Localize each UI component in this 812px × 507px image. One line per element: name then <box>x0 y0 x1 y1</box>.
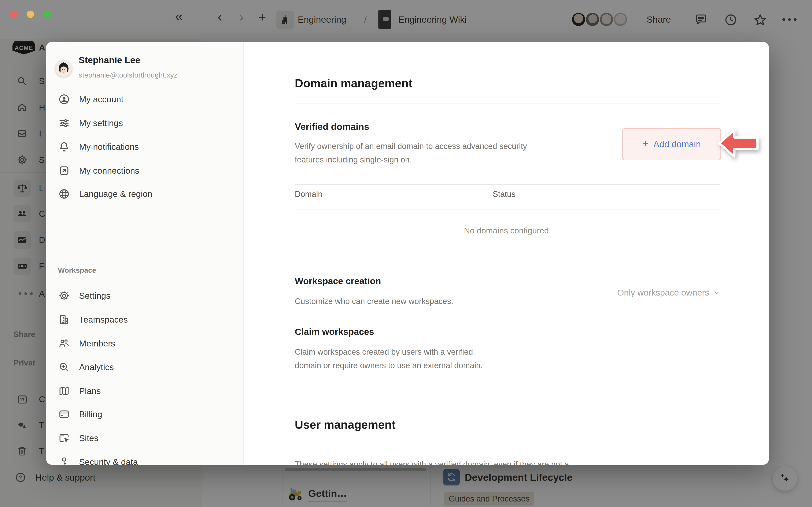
divider <box>295 446 720 446</box>
settings-content: Domain management Verified domains Verif… <box>244 42 769 465</box>
sidebar-item-my-connections[interactable]: My connections <box>50 160 239 181</box>
annotation-arrow-icon <box>718 128 759 159</box>
table-bottom-border <box>295 210 720 210</box>
sidebar-item-my-account[interactable]: My account <box>50 89 239 110</box>
sidebar-item-my-notifications[interactable]: My notifications <box>50 136 239 157</box>
globe-icon <box>58 188 70 200</box>
page-title: Domain management <box>295 76 412 90</box>
sidebar-item-sites[interactable]: Sites <box>50 428 239 449</box>
workspace-creation-description: Customize who can create new workspaces. <box>295 294 453 308</box>
plus-icon: + <box>643 137 649 150</box>
magnifier-plus-icon <box>58 361 70 373</box>
sidebar-item-billing[interactable]: Billing <box>50 404 239 425</box>
add-domain-button[interactable]: + Add domain <box>622 128 721 160</box>
key-icon <box>58 456 70 465</box>
claim-workspaces-description: Claim workspaces created by users with a… <box>295 345 570 372</box>
window-close-button[interactable] <box>10 11 17 18</box>
table-empty-message: No domains configured. <box>295 226 720 235</box>
sidebar-item-label: Sites <box>79 433 98 443</box>
sidebar-item-security-data[interactable]: Security & data <box>50 451 239 465</box>
add-domain-label: Add domain <box>653 139 701 149</box>
settings-sidebar: Stephanie Lee stephanie@toolsforthought.… <box>46 42 244 465</box>
sidebar-item-label: My settings <box>79 118 123 128</box>
sidebar-item-label: Plans <box>79 386 101 396</box>
sidebar-item-label: My account <box>79 95 123 104</box>
user-management-clipped-text: These settings apply to all users with a… <box>295 458 722 465</box>
bell-icon <box>58 141 70 153</box>
table-header-domain: Domain <box>295 190 322 199</box>
user-avatar <box>55 60 72 77</box>
sidebar-item-label: Billing <box>79 409 102 419</box>
table-header-status: Status <box>493 190 515 199</box>
gear-icon <box>58 290 70 302</box>
verified-domains-heading: Verified domains <box>295 121 369 132</box>
user-management-heading: User management <box>295 418 396 431</box>
sidebar-item-analytics[interactable]: Analytics <box>50 356 239 378</box>
arrow-out-box-icon <box>58 165 70 177</box>
chevron-down-icon <box>713 289 720 296</box>
claim-workspaces-heading: Claim workspaces <box>295 327 374 337</box>
members-icon <box>58 337 70 350</box>
user-email: stephanie@toolsforthought.xyz <box>79 71 177 79</box>
sliders-icon <box>58 117 70 129</box>
window-zoom-button[interactable] <box>44 11 51 18</box>
sidebar-item-plans[interactable]: Plans <box>50 381 239 402</box>
sidebar-item-label: Settings <box>79 291 110 301</box>
divider <box>295 104 720 104</box>
building-icon <box>58 314 70 326</box>
credit-card-icon <box>58 408 70 420</box>
map-icon <box>58 385 70 397</box>
sidebar-item-label: My connections <box>79 166 139 176</box>
sidebar-item-label: Security & data <box>79 457 138 465</box>
dropdown-value: Only workspace owners <box>617 288 709 298</box>
sidebar-item-settings[interactable]: Settings <box>50 285 239 306</box>
browser-cursor-icon <box>58 432 70 444</box>
workspace-creation-dropdown[interactable]: Only workspace owners <box>617 288 720 298</box>
account-circle-icon <box>58 93 70 105</box>
sidebar-item-label: Members <box>79 339 115 349</box>
settings-modal: Stephanie Lee stephanie@toolsforthought.… <box>46 42 769 465</box>
workspace-creation-heading: Workspace creation <box>295 276 381 286</box>
sidebar-item-label: My notifications <box>79 142 139 152</box>
user-name: Stephanie Lee <box>79 55 140 65</box>
sidebar-item-my-settings[interactable]: My settings <box>50 113 239 134</box>
sidebar-item-label: Teamspaces <box>79 315 128 325</box>
table-top-border <box>295 184 720 185</box>
sidebar-item-members[interactable]: Members <box>50 333 239 354</box>
screenshot-root: « ‹ › + Engineering / Engineering Wiki S… <box>0 0 812 507</box>
sidebar-item-label: Language & region <box>79 189 152 199</box>
sidebar-item-label: Analytics <box>79 362 114 372</box>
verified-domains-description: Verify ownership of an email domain to a… <box>295 139 629 166</box>
window-minimize-button[interactable] <box>27 11 34 18</box>
sidebar-item-teamspaces[interactable]: Teamspaces <box>50 309 239 330</box>
workspace-section-label: Workspace <box>58 266 96 274</box>
sidebar-item-language-region[interactable]: Language & region <box>50 183 239 205</box>
